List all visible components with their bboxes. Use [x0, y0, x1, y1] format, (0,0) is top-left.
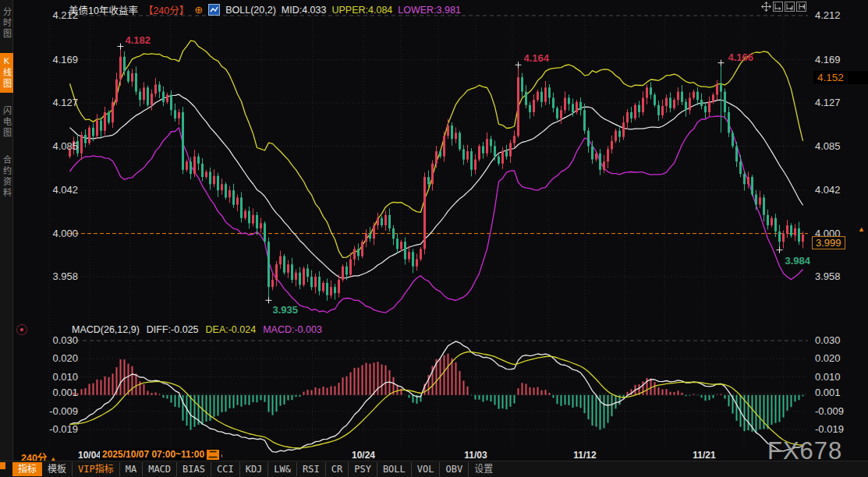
macd-axis-label-left: -0.009 — [23, 406, 78, 417]
indicator-tab-MACD[interactable]: MACD — [143, 462, 177, 476]
macd-axis-label-right: -0.019 — [815, 424, 844, 435]
macd-axis-label-right: 0.001 — [815, 387, 841, 398]
macd-dea-value: DEA:-0.024 — [206, 324, 257, 335]
indicator-tab-LW&[interactable]: LW& — [268, 462, 297, 476]
crosshair-date-tooltip: 2025/10/07 07:00~11:00二 — [100, 448, 221, 461]
y-axis-label-left: 3.958 — [23, 271, 78, 282]
indicator-tab-MA[interactable]: MA — [120, 462, 143, 476]
macd-label[interactable]: MACD(26,12,9) — [72, 324, 140, 335]
indicator-tab-设置[interactable]: 设置 — [469, 462, 498, 476]
indicator-tab-指标[interactable]: 指标 — [12, 462, 42, 476]
sidebar-tab-1[interactable]: 分时图 — [0, 4, 13, 43]
date-label: 10/24 — [342, 450, 385, 461]
macd-macd-value: MACD:-0.003 — [263, 324, 322, 335]
corner-marker — [0, 462, 5, 469]
sidebar-tab-3[interactable]: 闪电图 — [0, 103, 13, 142]
y-axis-label-right: 4.169 — [815, 55, 841, 65]
price-arrow-marker: ▲ — [858, 225, 865, 233]
move-icon[interactable] — [761, 2, 771, 12]
macd-axis-label-right: 0.010 — [815, 372, 841, 383]
y-axis-label-right: 4.042 — [815, 185, 841, 196]
macd-axis-label-right: 0.030 — [815, 335, 841, 346]
chart-mode-sidebar: 分时图K线图闪电图合约资料 — [0, 0, 13, 461]
indicator-tab-RSI[interactable]: RSI — [297, 462, 326, 476]
macd-axis-label-right: 0.020 — [815, 353, 841, 364]
indicator-tab-CCI[interactable]: CCI — [211, 462, 240, 476]
boll-label[interactable]: BOLL(20,2) — [225, 5, 276, 16]
y-axis-label-right: 3.958 — [815, 271, 841, 282]
weekday-chip: 二 — [207, 450, 219, 460]
extreme-price-label: 4.182 — [126, 34, 151, 46]
boll-upper-value: UPPER:4.084 — [331, 5, 392, 16]
macd-axis-label-right: -0.009 — [815, 406, 844, 417]
sidebar-tab-4[interactable]: 合约资料 — [0, 152, 13, 202]
indicator-tab-BOLL[interactable]: BOLL — [377, 462, 412, 476]
chart-window: 美债10年收益率 【240分】 ⊕ BOLL(20,2) MID:4.033 U… — [0, 0, 868, 477]
macd-axis-label-left: 0.010 — [23, 372, 78, 383]
axis-scale-right-icon[interactable] — [785, 2, 795, 12]
extreme-price-label: 3.984 — [785, 255, 811, 267]
indicator-toolbar: 指标模板VIP指标MAMACDBIASCCIKDJLW&RSICRPSYBOLL… — [0, 461, 868, 477]
boll-lower-value: LOWER:3.981 — [398, 5, 461, 16]
sidebar-tab-2[interactable]: K线图 — [0, 53, 13, 93]
price-chart-canvas[interactable] — [0, 0, 868, 461]
macd-axis-label-left: -0.019 — [23, 424, 78, 435]
macd-diff-value: DIFF:-0.025 — [147, 324, 199, 335]
macd-settings-icon[interactable] — [16, 324, 27, 335]
indicator-tab-CR[interactable]: CR — [326, 462, 349, 476]
date-label: 11/12 — [563, 450, 607, 461]
boll-mid-value: MID:4.033 — [282, 5, 327, 16]
chart-tool-icons — [761, 2, 806, 12]
price-tag-last: 3.999 — [812, 236, 845, 249]
instrument-title: 美债10年收益率 — [69, 2, 138, 17]
y-axis-label-right: 4.085 — [815, 141, 841, 152]
boll-chart-icon — [208, 4, 220, 16]
macd-header: MACD(26,12,9) DIFF:-0.025 DEA:-0.024 MAC… — [72, 324, 322, 335]
indicator-tab-模板[interactable]: 模板 — [42, 462, 73, 476]
macd-axis-label-left: 0.020 — [23, 353, 78, 364]
extreme-price-label: 3.935 — [273, 304, 299, 316]
macd-axis-label-left: 0.001 — [23, 387, 78, 398]
axis-shift-icon[interactable] — [796, 2, 806, 12]
extreme-price-label: 4.164 — [524, 52, 550, 64]
period-badge: 【240分】 — [143, 2, 189, 17]
y-axis-label-left: 4.127 — [23, 97, 78, 108]
axis-scale-left-icon[interactable] — [773, 2, 783, 12]
indicator-tab-BIAS[interactable]: BIAS — [177, 462, 211, 476]
watermark: FX678 — [767, 437, 842, 465]
y-axis-label-left: 4.085 — [23, 141, 78, 152]
price-tag-high: 4.152 — [813, 71, 868, 84]
date-label: 11/03 — [454, 450, 498, 461]
add-indicator-icon[interactable]: ⊕ — [194, 5, 203, 14]
y-axis-label-left: 4.212 — [23, 10, 78, 21]
indicator-tab-OBV[interactable]: OBV — [440, 462, 469, 476]
chart-title-bar: 美债10年收益率 【240分】 ⊕ BOLL(20,2) MID:4.033 U… — [69, 2, 461, 17]
macd-axis-label-left: 0.030 — [23, 335, 78, 346]
y-axis-label-left: 4.169 — [23, 55, 78, 65]
y-axis-label-left: 4.000 — [23, 228, 78, 239]
y-axis-label-right: 4.212 — [815, 10, 841, 21]
indicator-tab-VOL[interactable]: VOL — [412, 462, 441, 476]
y-axis-label-left: 4.042 — [23, 185, 78, 196]
date-label: 11/21 — [682, 450, 726, 461]
y-axis-label-right: 4.127 — [815, 97, 841, 108]
indicator-tab-VIP指标[interactable]: VIP指标 — [73, 462, 120, 476]
indicator-tab-KDJ[interactable]: KDJ — [240, 462, 269, 476]
indicator-tab-PSY[interactable]: PSY — [349, 462, 377, 476]
extreme-price-label: 4.166 — [728, 51, 754, 63]
